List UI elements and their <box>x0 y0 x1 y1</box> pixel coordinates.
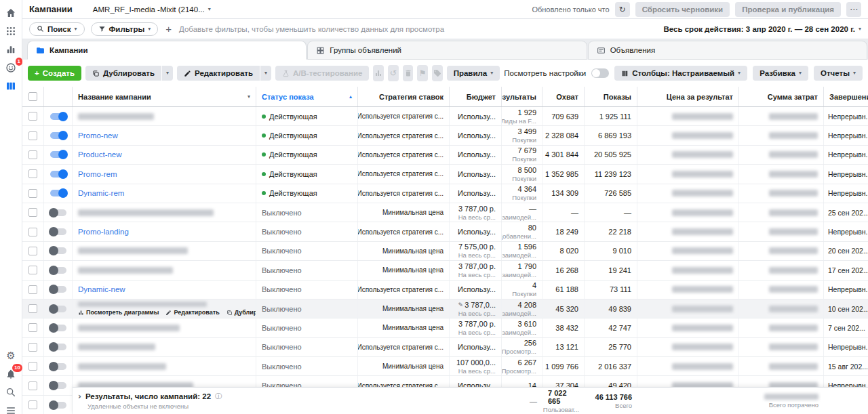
apps-grid-icon[interactable] <box>3 23 19 39</box>
undo-button[interactable]: ↺ <box>388 65 399 81</box>
row-checkbox[interactable] <box>28 169 37 178</box>
campaign-active-toggle[interactable] <box>50 113 66 120</box>
select-all-checkbox[interactable] <box>28 92 37 101</box>
edit-caret-button[interactable]: ▾ <box>260 66 271 81</box>
table-row[interactable]: Promo-new Действующая Используется страт… <box>22 126 868 145</box>
table-row[interactable]: Выключено Минимальная цена 7 575,00 р. Н… <box>22 242 868 261</box>
row-checkbox[interactable] <box>28 208 37 217</box>
row-checkbox[interactable] <box>28 112 37 121</box>
view-settings-toggle[interactable] <box>591 68 609 78</box>
column-header-strategy[interactable]: Стратегия ставок <box>358 87 450 106</box>
expand-chevron-icon[interactable]: › <box>78 392 81 400</box>
duplicate-caret-button[interactable]: ▾ <box>162 66 173 81</box>
columns-button[interactable]: Столбцы: Настраиваемый ▾ <box>614 66 747 81</box>
delete-button[interactable] <box>403 65 414 81</box>
table-row[interactable]: Посмотреть диаграммы Редактировать Дубли… <box>22 299 868 318</box>
tab-campaigns[interactable]: Кампании <box>27 41 307 60</box>
column-header-reach[interactable]: Охват <box>542 87 585 106</box>
row-checkbox[interactable] <box>28 400 37 409</box>
table-row[interactable]: Действующая Используется стратегия с... … <box>22 107 868 126</box>
campaign-active-toggle[interactable] <box>50 190 66 196</box>
reports-button[interactable]: Отчеты ▾ <box>814 66 863 81</box>
flag-button[interactable]: ⚑ <box>417 65 428 81</box>
campaign-name-link[interactable]: Dynamic-new <box>78 285 125 293</box>
edit-action[interactable]: Редактировать <box>165 309 219 316</box>
campaign-active-toggle[interactable] <box>50 267 66 274</box>
table-row[interactable]: Выключено Минимальная цена 3 787,00 р. Н… <box>22 261 868 280</box>
column-header-spent[interactable]: Сумма затрат <box>739 87 824 106</box>
campaign-active-toggle[interactable] <box>50 228 66 235</box>
table-row[interactable]: Dynamic-new Выключено Используется страт… <box>22 281 868 299</box>
column-header-results[interactable]: Результаты <box>502 87 542 106</box>
campaign-active-toggle[interactable] <box>50 363 66 370</box>
campaign-name-link[interactable]: Promo-new <box>78 131 118 140</box>
duplicate-action[interactable]: Дублировать <box>226 309 256 316</box>
more-button[interactable]: ⋯ <box>846 2 861 17</box>
tag-button[interactable] <box>432 65 443 81</box>
discard-drafts-button[interactable]: Сбросить черновики <box>635 2 730 17</box>
home-icon[interactable] <box>3 5 19 20</box>
campaign-active-toggle[interactable] <box>50 325 66 331</box>
charts-button[interactable] <box>373 65 384 81</box>
view-charts-action[interactable]: Посмотреть диаграммы <box>78 309 159 316</box>
refresh-button[interactable]: ↻ <box>615 2 630 17</box>
edit-budget-icon[interactable]: ✎ <box>458 302 464 308</box>
feedback-smiley-icon[interactable]: 1 <box>3 60 19 75</box>
row-checkbox[interactable] <box>28 323 37 332</box>
table-row[interactable]: Promo-rem Действующая Используется страт… <box>22 165 868 184</box>
campaign-name-link[interactable]: Product-new <box>78 150 122 159</box>
edit-button[interactable]: Редактировать <box>177 66 260 81</box>
insights-chart-icon[interactable] <box>3 41 19 57</box>
row-checkbox[interactable] <box>28 131 37 140</box>
column-header-cost[interactable]: Цена за результат <box>637 87 739 106</box>
row-checkbox[interactable] <box>28 228 37 236</box>
tab-ads[interactable]: Объявления <box>588 41 867 60</box>
table-row[interactable]: Выключено Минимальная цена 107 000,0... … <box>22 357 868 376</box>
ab-test-button[interactable]: A/B-тестирование <box>275 66 369 81</box>
table-row[interactable]: Выключено Используется стратегия с... Ис… <box>22 338 868 357</box>
row-checkbox[interactable] <box>28 343 37 352</box>
column-header-name[interactable]: Название кампании ▾ <box>73 87 256 106</box>
review-publish-button[interactable]: Проверка и публикация <box>735 2 841 17</box>
info-icon[interactable]: ⓘ <box>215 392 222 401</box>
column-header-ending[interactable]: Завершение <box>824 87 868 106</box>
notifications-bell-icon[interactable]: 10 <box>3 366 19 381</box>
search-icon[interactable] <box>3 384 19 400</box>
row-checkbox[interactable] <box>28 266 37 274</box>
campaign-active-toggle[interactable] <box>50 306 66 312</box>
campaign-active-toggle[interactable] <box>50 402 66 409</box>
row-checkbox[interactable] <box>28 304 37 313</box>
row-checkbox[interactable] <box>28 381 37 390</box>
row-checkbox[interactable] <box>28 362 37 371</box>
rules-button[interactable]: Правила ▾ <box>447 66 500 81</box>
table-row[interactable]: Product-new Действующая Используется стр… <box>22 146 868 165</box>
settings-gear-icon[interactable]: ⚙ <box>3 348 19 363</box>
campaign-name-link[interactable]: Promo-rem <box>78 170 117 178</box>
campaign-active-toggle[interactable] <box>50 171 66 178</box>
campaign-active-toggle[interactable] <box>50 151 66 158</box>
column-header-budget[interactable]: Бюджет <box>450 87 502 106</box>
campaign-name-link[interactable]: Dynamic-rem <box>78 189 124 197</box>
column-header-impressions[interactable]: Показы <box>585 87 637 106</box>
campaign-name-link[interactable]: Promo-landing <box>78 228 129 236</box>
row-checkbox[interactable] <box>28 150 37 159</box>
campaign-active-toggle[interactable] <box>50 132 66 139</box>
search-dropdown[interactable]: Поиск ▾ <box>29 22 85 36</box>
campaign-active-toggle[interactable] <box>50 344 66 350</box>
row-checkbox[interactable] <box>28 189 37 198</box>
add-filter-button[interactable]: + <box>164 24 173 34</box>
tab-ad-sets[interactable]: Группы объявлений <box>307 41 587 60</box>
ads-manager-table-icon[interactable] <box>3 78 19 94</box>
campaign-active-toggle[interactable] <box>50 247 66 254</box>
campaign-active-toggle[interactable] <box>50 286 66 293</box>
table-row[interactable]: Promo-landing Выключено Используется стр… <box>22 222 868 241</box>
table-row[interactable]: Dynamic-rem Действующая Используется стр… <box>22 184 868 203</box>
date-range-selector[interactable]: Весь срок действия: 3 апр 2020 г. — 28 с… <box>664 25 861 33</box>
account-selector[interactable]: AMR_RF_I-media -Mixit (2140... ▾ <box>93 5 211 14</box>
column-header-status[interactable]: Статус показа ▴ <box>256 87 358 106</box>
table-row[interactable]: Выключено Минимальная цена 3 787,00 р. Н… <box>22 318 868 337</box>
create-button[interactable]: + Создать <box>28 66 81 81</box>
menu-list-icon[interactable] <box>3 402 19 414</box>
row-checkbox[interactable] <box>28 285 37 294</box>
filters-dropdown[interactable]: Фильтры ▾ <box>91 22 159 36</box>
